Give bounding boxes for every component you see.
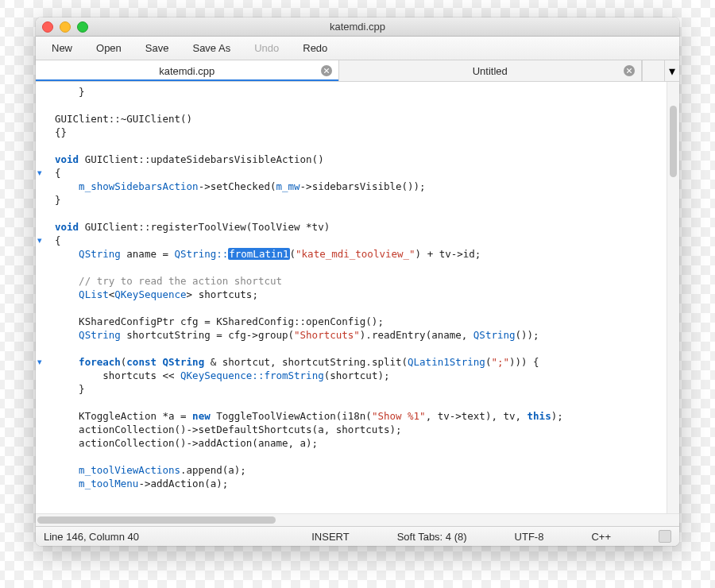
code-line: m_toolViewActions.append(a); <box>55 463 667 477</box>
toolbar: New Open Save Save As Undo Redo <box>36 37 679 60</box>
redo-button[interactable]: Redo <box>292 40 338 56</box>
close-tab-icon[interactable] <box>321 65 332 76</box>
tab-untitled[interactable]: Untitled <box>339 60 643 81</box>
code-line: QString aname = QString::fromLatin1("kat… <box>55 247 667 261</box>
open-button[interactable]: Open <box>85 40 133 56</box>
fold-gutter[interactable]: ▾▾▾ <box>36 82 52 513</box>
code-line: { <box>55 166 667 180</box>
code-line <box>55 396 667 409</box>
status-knob[interactable] <box>659 530 671 543</box>
status-edit-mode[interactable]: INSERT <box>311 531 349 543</box>
code-line <box>55 99 667 112</box>
code-line: } <box>55 193 667 207</box>
horizontal-scroll-thumb[interactable] <box>37 516 276 524</box>
code-line <box>55 301 667 315</box>
statusbar: Line 146, Column 40 INSERT Soft Tabs: 4 … <box>36 526 679 546</box>
undo-button: Undo <box>243 40 290 56</box>
save-button[interactable]: Save <box>134 40 180 56</box>
fold-marker-icon[interactable]: ▾ <box>37 166 42 180</box>
code-editor[interactable]: } GUIClient::~GUIClient(){} void GUIClie… <box>52 82 667 513</box>
vertical-scrollbar[interactable] <box>667 82 679 513</box>
editor-area: ▾▾▾ } GUIClient::~GUIClient(){} void GUI… <box>36 82 679 513</box>
tab-label: Untitled <box>473 65 508 77</box>
window-title: katemdi.cpp <box>36 21 679 33</box>
code-line: void GUIClient::registerToolView(ToolVie… <box>55 220 667 234</box>
code-line: KSharedConfigPtr cfg = KSharedConfig::op… <box>55 315 667 328</box>
new-button[interactable]: New <box>41 40 83 56</box>
code-line <box>55 207 667 220</box>
save-as-button[interactable]: Save As <box>181 40 242 56</box>
code-line: foreach(const QString & shortcut, shortc… <box>55 355 667 369</box>
code-line: } <box>55 85 667 99</box>
code-line: {} <box>55 126 667 139</box>
tab-katemdi-cpp[interactable]: katemdi.cpp <box>36 60 339 81</box>
code-line: QString shortcutString = cfg->group("Sho… <box>55 328 667 342</box>
code-line: } <box>55 382 667 396</box>
status-language[interactable]: C++ <box>591 531 611 543</box>
status-tabs[interactable]: Soft Tabs: 4 (8) <box>397 531 467 543</box>
code-line: QList<QKeySequence> shortcuts; <box>55 288 667 301</box>
code-line <box>55 342 667 355</box>
code-line: actionCollection()->addAction(aname, a); <box>55 436 667 450</box>
window: katemdi.cpp New Open Save Save As Undo R… <box>36 17 679 546</box>
titlebar: katemdi.cpp <box>36 17 679 37</box>
vertical-scroll-thumb[interactable] <box>670 106 677 177</box>
code-line <box>55 139 667 153</box>
fold-marker-icon[interactable]: ▾ <box>37 234 42 247</box>
status-cursor-position[interactable]: Line 146, Column 40 <box>44 531 139 543</box>
code-line: m_showSidebarsAction->setChecked(m_mw->s… <box>55 180 667 193</box>
chevron-down-icon: ▾ <box>669 64 675 79</box>
code-line: { <box>55 234 667 247</box>
close-tab-icon[interactable] <box>624 65 635 76</box>
code-line: // try to read the action shortcut <box>55 274 667 288</box>
code-line <box>55 450 667 463</box>
tabbar-extras: ▾ <box>642 60 679 81</box>
code-line: shortcuts << QKeySequence::fromString(sh… <box>55 369 667 382</box>
tabbar: katemdi.cppUntitled ▾ <box>36 60 679 82</box>
tab-label: katemdi.cpp <box>159 65 214 77</box>
code-line: m_toolMenu->addAction(a); <box>55 477 667 490</box>
horizontal-scrollbar[interactable] <box>36 513 679 526</box>
tabbar-spare[interactable] <box>643 60 665 81</box>
code-line: GUIClient::~GUIClient() <box>55 112 667 126</box>
code-line <box>55 261 667 274</box>
status-encoding[interactable]: UTF-8 <box>515 531 544 543</box>
code-line: void GUIClient::updateSidebarsVisibleAct… <box>55 153 667 166</box>
code-line: actionCollection()->setDefaultShortcuts(… <box>55 423 667 436</box>
code-line: KToggleAction *a = new ToggleToolViewAct… <box>55 409 667 423</box>
tabbar-overflow-button[interactable]: ▾ <box>665 60 679 81</box>
fold-marker-icon[interactable]: ▾ <box>37 355 42 369</box>
